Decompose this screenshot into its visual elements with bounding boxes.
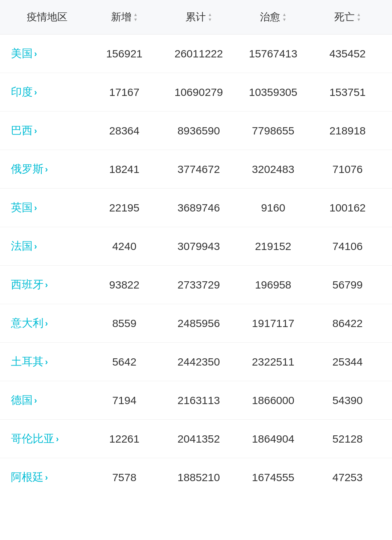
header-deaths[interactable]: 死亡 [310,10,385,24]
header-region: 疫情地区 [7,10,87,24]
chevron-right-icon: › [45,164,48,174]
deaths-cell: 71076 [310,163,385,176]
chevron-right-icon: › [45,472,48,483]
country-cell-4[interactable]: 英国 › [7,200,87,215]
deaths-cell: 100162 [310,202,385,214]
table-row: 英国 › 22195 3689746 9160 100162 [0,189,392,227]
total-cases-cell: 2442350 [162,356,236,368]
country-name: 法国 [11,239,33,254]
recovered-cell: 15767413 [236,48,310,60]
total-cases-cell: 3774672 [162,163,236,176]
total-cases-cell: 8936590 [162,125,236,137]
table-row: 巴西 › 28364 8936590 7798655 218918 [0,112,392,150]
table-row: 哥伦比亚 › 12261 2041352 1864904 52128 [0,420,392,458]
country-name: 德国 [11,393,33,408]
recovered-cell: 1674555 [236,471,310,484]
total-cases-cell: 2733729 [162,279,236,291]
total-cases-cell: 3079943 [162,240,236,253]
table-row: 西班牙 › 93822 2733729 196958 56799 [0,266,392,304]
sort-deaths-icon [357,12,361,22]
table-header: 疫情地区 新增 累计 治愈 死亡 [0,0,392,35]
total-cases-cell: 2041352 [162,433,236,445]
country-name: 西班牙 [11,277,44,292]
country-name: 俄罗斯 [11,162,44,177]
recovered-cell: 9160 [236,202,310,214]
new-cases-cell: 7194 [87,394,162,407]
country-cell-9[interactable]: 德国 › [7,393,87,408]
country-cell-8[interactable]: 土耳其 › [7,354,87,369]
total-cases-cell: 2485956 [162,317,236,330]
country-cell-2[interactable]: 巴西 › [7,123,87,138]
deaths-cell: 56799 [310,279,385,291]
deaths-cell: 86422 [310,317,385,330]
country-name: 意大利 [11,316,44,331]
country-name: 美国 [11,46,33,61]
recovered-cell: 10359305 [236,86,310,98]
country-cell-10[interactable]: 哥伦比亚 › [7,431,87,446]
new-cases-cell: 28364 [87,125,162,137]
country-name: 哥伦比亚 [11,431,54,446]
country-cell-11[interactable]: 阿根廷 › [7,470,87,485]
new-cases-cell: 93822 [87,279,162,291]
table-body: 美国 › 156921 26011222 15767413 435452 印度 … [0,35,392,496]
covid-table: 疫情地区 新增 累计 治愈 死亡 美国 › 156921 26011222 15… [0,0,392,496]
chevron-right-icon: › [45,318,48,329]
new-cases-cell: 7578 [87,471,162,484]
deaths-cell: 47253 [310,471,385,484]
recovered-cell: 1866000 [236,394,310,407]
total-cases-cell: 3689746 [162,202,236,214]
chevron-right-icon: › [45,280,48,290]
recovered-cell: 3202483 [236,163,310,176]
recovered-cell: 7798655 [236,125,310,137]
chevron-right-icon: › [34,203,37,213]
chevron-right-icon: › [34,241,37,251]
recovered-cell: 1917117 [236,317,310,330]
header-new[interactable]: 新增 [87,10,162,24]
new-cases-cell: 4240 [87,240,162,253]
country-name: 巴西 [11,123,33,138]
table-row: 德国 › 7194 2163113 1866000 54390 [0,381,392,420]
country-cell-6[interactable]: 西班牙 › [7,277,87,292]
deaths-cell: 25344 [310,356,385,368]
recovered-cell: 2322511 [236,356,310,368]
new-cases-cell: 22195 [87,202,162,214]
country-cell-3[interactable]: 俄罗斯 › [7,162,87,177]
sort-total-icon [208,12,212,22]
recovered-cell: 1864904 [236,433,310,445]
total-cases-cell: 26011222 [162,48,236,60]
country-cell-0[interactable]: 美国 › [7,46,87,61]
table-row: 土耳其 › 5642 2442350 2322511 25344 [0,343,392,381]
sort-recovered-icon [282,12,287,22]
new-cases-cell: 156921 [87,48,162,60]
chevron-right-icon: › [56,434,59,444]
table-row: 意大利 › 8559 2485956 1917117 86422 [0,304,392,343]
new-cases-cell: 17167 [87,86,162,98]
deaths-cell: 218918 [310,125,385,137]
deaths-cell: 54390 [310,394,385,407]
sort-new-icon [134,12,138,22]
new-cases-cell: 5642 [87,356,162,368]
chevron-right-icon: › [34,49,37,59]
deaths-cell: 153751 [310,86,385,98]
country-cell-1[interactable]: 印度 › [7,85,87,100]
chevron-right-icon: › [34,395,37,406]
header-recovered[interactable]: 治愈 [236,10,310,24]
country-cell-5[interactable]: 法国 › [7,239,87,254]
new-cases-cell: 12261 [87,433,162,445]
table-row: 俄罗斯 › 18241 3774672 3202483 71076 [0,150,392,189]
country-name: 阿根廷 [11,470,44,485]
deaths-cell: 74106 [310,240,385,253]
total-cases-cell: 10690279 [162,86,236,98]
deaths-cell: 435452 [310,48,385,60]
country-name: 印度 [11,85,33,100]
table-row: 美国 › 156921 26011222 15767413 435452 [0,35,392,73]
total-cases-cell: 1885210 [162,471,236,484]
country-cell-7[interactable]: 意大利 › [7,316,87,331]
table-row: 阿根廷 › 7578 1885210 1674555 47253 [0,458,392,496]
recovered-cell: 196958 [236,279,310,291]
header-total[interactable]: 累计 [162,10,236,24]
country-name: 英国 [11,200,33,215]
recovered-cell: 219152 [236,240,310,253]
chevron-right-icon: › [34,126,37,136]
country-name: 土耳其 [11,354,44,369]
